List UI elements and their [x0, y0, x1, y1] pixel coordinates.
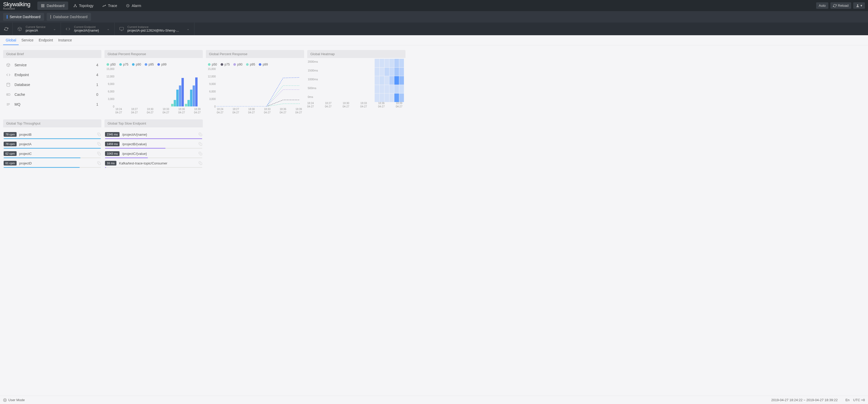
legend-p75[interactable]: p75 — [221, 63, 230, 66]
heat-cell — [394, 85, 399, 94]
heat-cell — [390, 59, 394, 67]
svg-point-5 — [74, 6, 74, 7]
copy-icon[interactable] — [97, 152, 101, 156]
ytick: 6,000 — [206, 90, 216, 93]
tab-instance[interactable]: Instance — [56, 35, 74, 45]
item-name: projectD — [19, 161, 32, 165]
tab-endpoint[interactable]: Endpoint — [36, 35, 56, 45]
xtick: 18:3004-27 — [248, 107, 255, 114]
xtick: 18:3304-27 — [264, 107, 271, 114]
card-global-heatmap: Global Heatmap 2000ms1500ms1000ms500ms0m… — [307, 50, 405, 116]
xtick: 18:2404-27 — [307, 102, 314, 108]
reload-button[interactable]: Reload — [830, 2, 851, 9]
svg-rect-25 — [98, 153, 101, 155]
svg-point-12 — [857, 4, 859, 6]
legend-p75[interactable]: p75 — [119, 63, 128, 66]
metric-badge: 78 cpm — [4, 142, 17, 146]
user-menu[interactable]: ▾ — [853, 2, 865, 9]
line-p99 — [217, 77, 300, 106]
metric-badge: 16 ms — [105, 161, 116, 166]
cube-icon — [18, 27, 22, 31]
svg-point-19 — [8, 94, 8, 95]
item-name: projectA — [19, 142, 32, 146]
current-instance-selector[interactable]: Current InstanceprojectA-pid:12624@Wu-Sh… — [115, 23, 195, 35]
item-name: /projectB/{value} — [122, 142, 147, 146]
tab-database-dashboard[interactable]: Database Dashboard — [46, 13, 91, 21]
xtick: 18:2704-27 — [232, 107, 239, 114]
card-global-brief: Global Brief Service4Endpoint4Database1C… — [3, 50, 101, 116]
legend-p99[interactable]: p99 — [157, 63, 166, 66]
selector-value: projectA — [26, 29, 45, 32]
code-icon — [6, 73, 11, 77]
heat-cell — [399, 94, 404, 102]
selector-value: /projectA/{name} — [74, 29, 99, 32]
nav-alarm[interactable]: Alarm — [122, 2, 145, 10]
tab-service[interactable]: Service — [19, 35, 36, 45]
xtick: 18:3904-27 — [194, 107, 201, 114]
svg-point-4 — [75, 4, 75, 5]
ytick: 12,000 — [105, 75, 114, 78]
bar — [185, 104, 187, 106]
svg-rect-0 — [41, 4, 42, 5]
item-name: projectB — [19, 133, 32, 136]
svg-rect-24 — [98, 143, 101, 145]
legend-p50[interactable]: p50 — [106, 63, 116, 66]
xtick: 18:3904-27 — [396, 102, 402, 108]
legend-p90[interactable]: p90 — [233, 63, 242, 66]
heat-cell — [375, 76, 379, 85]
nav-topology[interactable]: Topology — [70, 2, 97, 10]
copy-icon[interactable] — [198, 161, 202, 165]
current-service-selector[interactable]: Current ServiceprojectA ⌄ — [13, 23, 61, 35]
refresh-icon — [4, 27, 8, 31]
brief-row-cache: Cache0 — [4, 90, 101, 99]
svg-rect-26 — [98, 163, 101, 165]
svg-rect-1 — [43, 4, 44, 5]
heat-cell — [384, 85, 389, 94]
current-endpoint-selector[interactable]: Current Endpoint/projectA/{name} ⌄ — [61, 23, 114, 35]
copy-icon[interactable] — [97, 161, 101, 165]
dashboard-type-bar: Service Dashboard Database Dashboard — [0, 11, 868, 23]
legend-p95[interactable]: p95 — [145, 63, 154, 66]
copy-icon[interactable] — [97, 142, 101, 146]
copy-icon[interactable] — [97, 133, 101, 136]
tab-service-dashboard[interactable]: Service Dashboard — [3, 13, 44, 21]
tab-global[interactable]: Global — [3, 35, 19, 45]
legend-p95[interactable]: p95 — [246, 63, 255, 66]
logo: Skywalking Rocketbot — [3, 0, 30, 11]
metric-badge: 61 cpm — [4, 161, 17, 166]
xtick: 18:3604-27 — [178, 107, 185, 114]
xtick: 18:3604-27 — [378, 102, 385, 108]
copy-icon[interactable] — [198, 133, 202, 136]
heat-cell — [399, 85, 404, 94]
nav-trace[interactable]: Trace — [99, 2, 121, 10]
heat-cell — [379, 85, 384, 94]
heat-cell — [390, 94, 394, 102]
ytick: 6,000 — [105, 90, 114, 93]
selector-label: Current Service — [26, 25, 45, 29]
svg-point-16 — [7, 83, 10, 84]
heat-cell — [394, 76, 399, 85]
refresh-button[interactable] — [0, 23, 13, 35]
list-item: 16 msKafka/test-trace-topic/Consumer — [105, 161, 202, 168]
xtick: 18:3304-27 — [162, 107, 169, 114]
ytick: 3,000 — [105, 98, 114, 100]
monitor-icon — [119, 27, 124, 31]
legend-p50[interactable]: p50 — [208, 63, 217, 66]
ytick: 15,000 — [105, 68, 114, 70]
legend-p99[interactable]: p99 — [259, 63, 268, 66]
heat-cell — [384, 59, 389, 67]
copy-icon[interactable] — [198, 142, 202, 146]
heat-cell — [384, 68, 389, 76]
heat-ytick: 1000ms — [308, 78, 318, 81]
legend-p90[interactable]: p90 — [132, 63, 141, 66]
heat-cell — [399, 68, 404, 76]
ytick: 9,000 — [206, 82, 216, 86]
copy-icon[interactable] — [198, 152, 202, 156]
nav-dashboard[interactable]: Dashboard — [37, 2, 68, 10]
topbar: Skywalking Rocketbot DashboardTopologyTr… — [0, 0, 868, 11]
auto-button[interactable]: Auto — [816, 2, 828, 9]
card-top-slow-endpoint: Global Top Slow Endpoint 2345 ms/project… — [104, 120, 203, 172]
heat-cell — [379, 94, 384, 102]
list-item: 2345 ms/projectA/{name} — [105, 132, 202, 139]
svg-point-6 — [76, 6, 76, 7]
